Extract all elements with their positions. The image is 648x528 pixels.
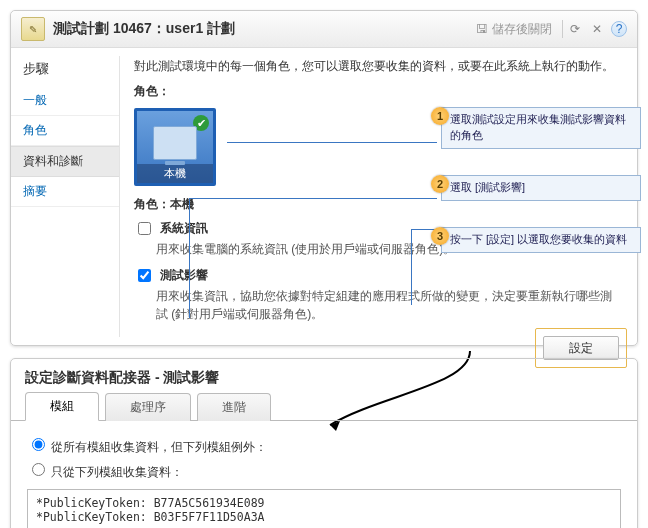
callout-num-1: 1: [431, 107, 449, 125]
plan-icon: ✎: [21, 17, 45, 41]
callout-box-3: 按一下 [設定] 以選取您要收集的資料: [441, 227, 641, 253]
callout-box-2: 選取 [測試影響]: [441, 175, 641, 201]
close-icon[interactable]: ✕: [589, 21, 605, 37]
callout-num-2: 2: [431, 175, 449, 193]
radio-row-1: 從所有模組收集資料，但下列模組例外：: [27, 435, 621, 456]
callouts: 1 選取測試設定用來收集測試影響資料的角色 2 選取 [測試影響] 3 按一下 …: [431, 107, 641, 279]
main-panel: ✎ 測試計劃 10467：user1 計劃 🖫 儲存後關閉 ⟳ ✕ ? 步驟 一…: [10, 10, 638, 346]
lead-line: [411, 229, 412, 305]
page-title: 測試計劃 10467：user1 計劃: [53, 20, 470, 38]
impact-title: 測試影響: [160, 268, 208, 282]
computer-icon: [153, 126, 197, 160]
tab-modules[interactable]: 模組: [25, 392, 99, 421]
sidebar-title: 步驟: [11, 56, 119, 86]
callout-1: 1 選取測試設定用來收集測試影響資料的角色: [431, 107, 641, 149]
lead-line: [189, 198, 437, 199]
sidebar-item-roles[interactable]: 角色: [11, 116, 119, 146]
tab-body: 從所有模組收集資料，但下列模組例外： 只從下列模組收集資料： *PublicKe…: [11, 421, 637, 528]
radio-only[interactable]: [32, 463, 45, 476]
radio-all-except[interactable]: [32, 438, 45, 451]
save-icon: 🖫: [476, 22, 488, 36]
callout-2: 2 選取 [測試影響]: [431, 175, 641, 201]
impact-checkbox[interactable]: [138, 269, 151, 282]
tabs: 模組 處理序 進階: [11, 391, 637, 421]
callout-3: 3 按一下 [設定] 以選取您要收集的資料: [431, 227, 641, 253]
divider: [562, 20, 563, 38]
sidebar-item-general[interactable]: 一般: [11, 86, 119, 116]
lead-line: [189, 198, 190, 318]
save-close-label: 儲存後關閉: [492, 21, 552, 38]
intro-text: 對此測試環境中的每一個角色，您可以選取您要收集的資料，或要在此系統上執行的動作。: [134, 58, 623, 75]
sidebar: 步驟 一般 角色 資料和診斷 摘要: [11, 48, 119, 345]
tab-advanced[interactable]: 進階: [197, 393, 271, 421]
role-label: 角色：: [134, 83, 623, 100]
tab-processes[interactable]: 處理序: [105, 393, 191, 421]
help-icon[interactable]: ?: [611, 21, 627, 37]
impact-desc: 用來收集資訊，協助您依據對特定組建的應用程式所做的變更，決定要重新執行哪些測試 …: [156, 287, 623, 323]
sysinfo-checkbox[interactable]: [138, 222, 151, 235]
callout-box-1: 選取測試設定用來收集測試影響資料的角色: [441, 107, 641, 149]
save-and-close-button[interactable]: 🖫 儲存後關閉: [470, 19, 558, 40]
header: ✎ 測試計劃 10467：user1 計劃 🖫 儲存後關閉 ⟳ ✕ ?: [11, 11, 637, 48]
dialog-panel: 設定診斷資料配接器 - 測試影響 模組 處理序 進階 從所有模組收集資料，但下列…: [10, 358, 638, 528]
sidebar-item-summary[interactable]: 摘要: [11, 177, 119, 207]
radio-row-2: 只從下列模組收集資料：: [27, 460, 621, 481]
header-icons: ⟳ ✕ ?: [567, 21, 627, 37]
settings-button[interactable]: 設定: [543, 336, 619, 360]
module-list[interactable]: *PublicKeyToken: B77A5C561934E089 *Publi…: [27, 489, 621, 528]
refresh-icon[interactable]: ⟳: [567, 21, 583, 37]
dialog-title: 設定診斷資料配接器 - 測試影響: [11, 359, 637, 391]
radio-label-1: 從所有模組收集資料，但下列模組例外：: [51, 440, 267, 454]
sysinfo-title: 系統資訊: [160, 221, 208, 235]
role-tile-local[interactable]: ✔ 本機: [134, 108, 216, 186]
radio-label-2: 只從下列模組收集資料：: [51, 465, 183, 479]
sidebar-item-data-diagnostics[interactable]: 資料和診斷: [11, 146, 119, 177]
callout-num-3: 3: [431, 227, 449, 245]
role-tile-label: 本機: [137, 164, 213, 183]
lead-line: [227, 142, 437, 143]
